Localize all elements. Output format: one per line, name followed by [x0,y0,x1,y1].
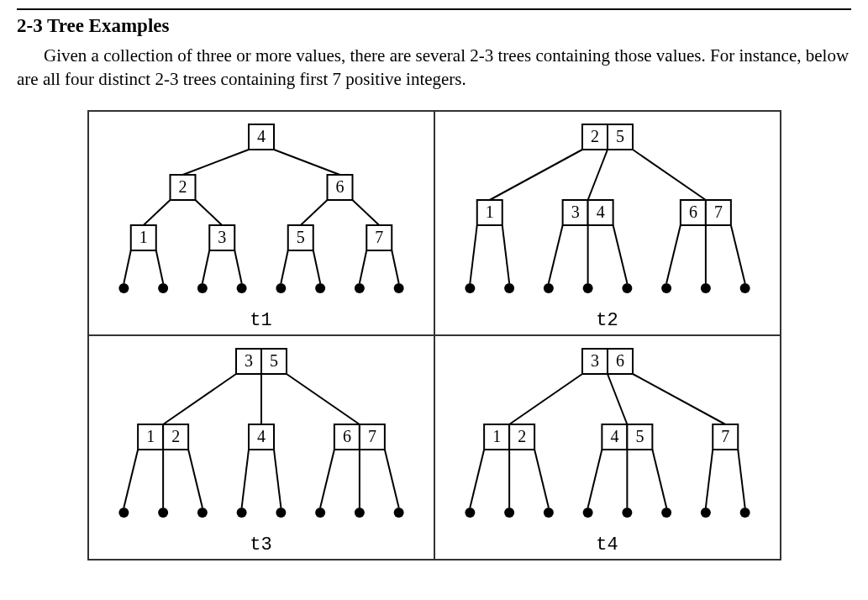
page: 2-3 Tree Examples Given a collection of … [0,0,868,586]
svg-text:1: 1 [139,227,147,245]
svg-point-6 [197,283,207,293]
svg-point-36 [465,283,475,293]
svg-point-86 [354,508,364,518]
svg-line-64 [633,150,706,200]
svg-point-16 [276,283,286,293]
svg-line-81 [241,450,248,508]
svg-point-122 [700,508,710,518]
top-rule [17,8,851,10]
svg-line-12 [143,200,170,225]
svg-point-37 [504,283,514,293]
svg-point-70 [158,508,168,518]
svg-line-32 [182,150,249,175]
svg-point-0 [118,283,129,293]
svg-text:7: 7 [367,426,376,445]
svg-line-3 [155,250,162,283]
svg-text:7: 7 [375,227,383,245]
svg-text:6: 6 [342,426,350,445]
svg-text:4: 4 [257,426,266,445]
svg-line-125 [738,450,744,508]
svg-text:6: 6 [335,176,344,195]
svg-text:5: 5 [270,350,278,369]
svg-point-71 [197,508,207,518]
svg-point-85 [315,508,325,518]
svg-line-105 [470,450,484,508]
svg-point-44 [622,283,632,293]
svg-point-17 [315,283,325,293]
svg-point-79 [236,508,246,518]
svg-point-104 [543,508,553,518]
tree-label-t1: t1 [89,305,434,333]
svg-text:4: 4 [610,426,618,445]
svg-point-23 [393,283,403,293]
tree-label-t2: t2 [435,305,780,333]
svg-text:4: 4 [257,126,266,145]
svg-line-90 [384,450,398,508]
svg-text:5: 5 [635,426,644,445]
svg-text:6: 6 [616,350,624,369]
svg-text:3: 3 [571,202,579,220]
svg-point-22 [354,283,364,293]
svg-line-18 [281,250,287,283]
svg-line-95 [163,374,236,424]
svg-point-69 [118,508,129,518]
svg-line-74 [188,450,203,508]
tree-t3: 1246735 [89,336,434,529]
svg-line-124 [705,450,712,508]
svg-line-72 [124,450,138,508]
svg-line-39 [502,225,508,283]
svg-text:7: 7 [721,426,729,445]
svg-point-42 [543,283,553,293]
svg-text:2: 2 [171,426,180,445]
intro-paragraph: Given a collection of three or more valu… [17,44,851,92]
svg-point-113 [622,508,632,518]
svg-point-114 [661,508,671,518]
svg-line-29 [352,200,379,225]
page-title: 2-3 Tree Examples [17,15,851,37]
svg-line-62 [489,150,581,200]
svg-line-57 [730,225,744,283]
svg-line-107 [534,450,549,508]
svg-point-123 [739,508,750,518]
svg-point-103 [504,508,514,518]
svg-text:1: 1 [146,426,155,445]
svg-text:5: 5 [616,126,624,145]
svg-text:4: 4 [596,202,604,220]
svg-text:2: 2 [178,176,187,195]
svg-line-128 [509,374,582,424]
svg-point-102 [465,508,475,518]
svg-line-55 [666,225,681,283]
tree-label-t4: t4 [435,529,780,557]
svg-line-25 [392,250,398,283]
svg-line-33 [274,150,340,175]
svg-point-52 [661,283,671,293]
figure-grid: 1325764t1 1346725t2 1246735t3 1245736t4 [87,110,781,561]
svg-text:1: 1 [485,202,493,220]
svg-line-47 [613,225,627,283]
svg-line-129 [608,374,627,424]
tree-t1: 1325764 [89,112,434,305]
svg-line-19 [313,250,319,283]
svg-text:5: 5 [296,227,304,245]
svg-line-45 [548,225,562,283]
svg-point-87 [393,508,403,518]
svg-point-53 [700,283,710,293]
svg-line-9 [234,250,241,283]
svg-point-54 [739,283,750,293]
svg-line-8 [202,250,208,283]
svg-text:2: 2 [518,426,526,445]
svg-line-117 [652,450,666,508]
tree-label-t3: t3 [89,529,434,557]
svg-line-2 [124,250,130,283]
svg-line-88 [320,450,334,508]
svg-point-112 [582,508,592,518]
svg-line-24 [359,250,366,283]
svg-line-38 [470,225,476,283]
svg-line-130 [633,374,725,424]
svg-text:6: 6 [688,202,697,220]
svg-point-80 [276,508,286,518]
svg-line-82 [274,450,281,508]
svg-text:7: 7 [713,202,722,220]
svg-text:3: 3 [218,227,226,245]
tree-t2: 1346725 [435,112,780,305]
